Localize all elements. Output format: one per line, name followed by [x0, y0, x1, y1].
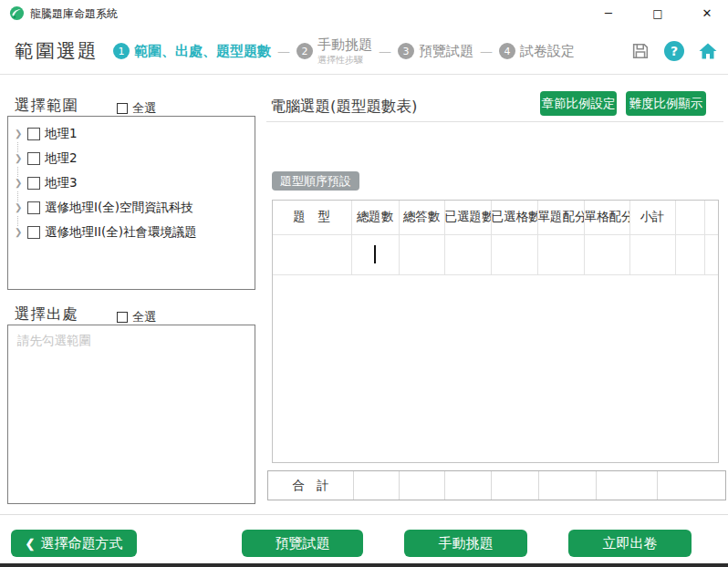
preview-questions-button[interactable]: 預覽試題 [242, 530, 363, 557]
wizard-steps: 1 範圍、出處、題型題數 — 2 手動挑題 選擇性步驟 — 3 預覽試題 — 4… [113, 27, 575, 75]
tree-item-geo1[interactable]: ❯ 地理1 [8, 121, 255, 146]
step-3-badge: 3 [398, 43, 414, 59]
right-panel-divider [266, 121, 723, 122]
text-cursor [374, 245, 376, 263]
cell-question-type[interactable] [273, 234, 351, 274]
cell-empty-1 [675, 234, 704, 274]
tree-checkbox[interactable] [27, 177, 40, 190]
help-icon[interactable]: ? [663, 40, 685, 62]
cell-selected-questions[interactable] [444, 234, 491, 274]
col-total-questions: 總題數 [351, 201, 399, 234]
total-value [400, 471, 445, 500]
page-title: 範圍選題 [15, 38, 99, 64]
cell-selected-blanks[interactable] [491, 234, 537, 274]
source-list: 請先勾選範圍 [7, 325, 255, 504]
back-to-method-button[interactable]: ❮ 選擇命題方式 [11, 530, 137, 557]
manual-pick-button[interactable]: 手動挑題 [404, 530, 527, 557]
total-value [658, 471, 725, 500]
step-2-badge: 2 [296, 43, 313, 59]
source-placeholder: 請先勾選範圍 [8, 325, 255, 356]
minimize-button[interactable]: ─ [593, 0, 624, 27]
cell-total-questions-focused[interactable] [351, 234, 399, 274]
range-tree: ❯ 地理1 ❯ 地理2 ❯ 地理3 ❯ 選修地理I(全)空間資訊科技 ❯ 選修地… [7, 116, 255, 290]
computer-selection-title: 電腦選題(題型題數表) [270, 97, 417, 117]
chapter-ratio-button[interactable]: 章節比例設定 [540, 91, 617, 116]
cell-empty-2 [704, 234, 718, 274]
home-icon[interactable] [697, 40, 719, 62]
source-select-all[interactable]: 全選 [117, 309, 156, 325]
tree-item-geo2[interactable]: ❯ 地理2 [8, 146, 255, 170]
total-value [354, 471, 400, 500]
question-type-table: 題 型 總題數 總答數 已選題數 已選格數 單題配分 單格配分 小計 [272, 200, 719, 463]
range-section-title: 選擇範圍 [15, 96, 78, 116]
col-selected-questions: 已選題數 [444, 201, 491, 234]
col-subtotal: 小計 [629, 201, 675, 234]
chevron-right-icon[interactable]: ❯ [15, 228, 27, 237]
total-value [445, 471, 492, 500]
footer-divider [0, 514, 728, 515]
range-select-all[interactable]: 全選 [117, 100, 156, 117]
chevron-right-icon[interactable]: ❯ [15, 203, 27, 212]
col-total-answers: 總答數 [399, 201, 444, 234]
tree-checkbox[interactable] [27, 201, 40, 214]
step-1-range: 1 範圍、出處、題型題數 [113, 43, 271, 60]
titlebar: 龍騰題庫命題系統 ─ □ ✕ [0, 0, 728, 27]
table-data-row [273, 234, 718, 274]
header-icons: ? [629, 27, 719, 75]
chevron-right-icon[interactable]: ❯ [15, 129, 27, 139]
tree-item-elective1[interactable]: ❯ 選修地理I(全)空間資訊科技 [8, 195, 255, 220]
tree-item-geo3[interactable]: ❯ 地理3 [8, 170, 255, 195]
cell-points-per-blank[interactable] [584, 234, 629, 274]
total-row: 合 計 [267, 470, 726, 500]
step-separator: — [480, 44, 493, 58]
total-value [492, 471, 539, 500]
source-section-title: 選擇出處 [15, 304, 78, 325]
save-icon[interactable] [629, 40, 651, 62]
col-points-per-question: 單題配分 [537, 201, 584, 234]
step-separator: — [379, 44, 391, 58]
chevron-right-icon[interactable]: ❯ [15, 179, 27, 188]
col-question-type: 題 型 [273, 201, 351, 234]
total-label: 合 計 [268, 471, 354, 500]
maximize-button[interactable]: □ [642, 0, 673, 27]
col-points-per-blank: 單格配分 [584, 201, 629, 234]
tree-checkbox[interactable] [27, 128, 40, 140]
tree-checkbox[interactable] [27, 226, 40, 239]
cell-subtotal[interactable] [629, 234, 675, 274]
chevron-left-icon: ❮ [26, 537, 36, 551]
header: 範圍選題 1 範圍、出處、題型題數 — 2 手動挑題 選擇性步驟 — 3 預覽試… [0, 27, 728, 75]
tree-checkbox[interactable] [27, 152, 40, 165]
table-header-row: 題 型 總題數 總答數 已選題數 已選格數 單題配分 單格配分 小計 [273, 201, 718, 234]
total-value [539, 471, 597, 500]
col-empty-2 [704, 201, 718, 234]
cell-points-per-question[interactable] [537, 234, 584, 274]
close-button[interactable]: ✕ [692, 0, 723, 27]
question-order-preset-badge[interactable]: 題型順序預設 [272, 171, 359, 191]
app-logo-icon [9, 5, 25, 21]
tree-item-elective2[interactable]: ❯ 選修地理II(全)社會環境議題 [8, 220, 255, 244]
step-3-preview: 3 預覽試題 [398, 43, 473, 60]
chevron-right-icon[interactable]: ❯ [15, 154, 27, 163]
difficulty-ratio-button[interactable]: 難度比例顯示 [626, 91, 706, 116]
step-4-badge: 4 [499, 43, 515, 59]
window-title: 龍騰題庫命題系統 [30, 0, 118, 27]
step-separator: — [277, 44, 290, 58]
source-select-all-checkbox[interactable] [117, 312, 128, 323]
background-window-edge [0, 563, 728, 567]
step-2-manual-pick: 2 手動挑題 選擇性步驟 [296, 36, 372, 67]
col-selected-blanks: 已選格數 [491, 201, 537, 234]
cell-total-answers[interactable] [399, 234, 444, 274]
step-1-badge: 1 [113, 43, 130, 59]
app-window: 龍騰題庫命題系統 ─ □ ✕ 範圍選題 1 範圍、出處、題型題數 — 2 手動挑… [0, 0, 728, 567]
col-empty-1 [675, 201, 704, 234]
generate-paper-button[interactable]: 立即出卷 [568, 530, 692, 557]
step-4-paper-settings: 4 試卷設定 [499, 43, 575, 60]
range-select-all-checkbox[interactable] [117, 103, 128, 114]
total-value [597, 471, 658, 500]
